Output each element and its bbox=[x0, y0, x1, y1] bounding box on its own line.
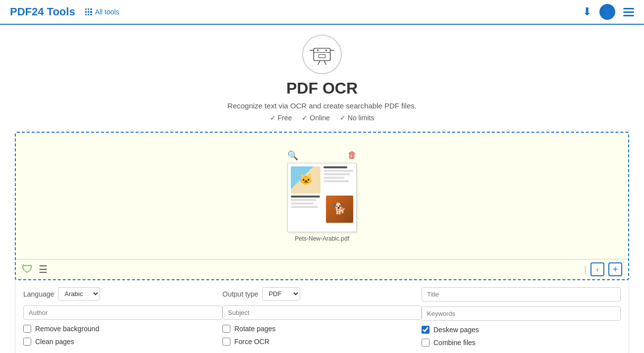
force-ocr-label: Force OCR bbox=[234, 338, 269, 346]
keywords-input[interactable] bbox=[422, 306, 621, 321]
toolbar-left: 🛡 ☰ bbox=[22, 263, 48, 276]
page-title: PDF OCR bbox=[286, 79, 358, 98]
grid-icon bbox=[85, 8, 92, 15]
shield-icon: 🛡 bbox=[22, 263, 33, 276]
hero-subtitle: Recognize text via OCR and create search… bbox=[227, 101, 417, 110]
hero-features: ✓ Free ✓ Online ✓ No limits bbox=[270, 114, 375, 122]
hero-section: PDF OCR Recognize text via OCR and creat… bbox=[0, 25, 644, 127]
deskew-pages-row: Deskew pages bbox=[422, 326, 621, 334]
output-type-select[interactable]: PDF PDF/A Text bbox=[262, 287, 300, 301]
pdf-filename: Pets-New-Arabic.pdf bbox=[295, 235, 349, 242]
clean-pages-row: Clean pages bbox=[23, 338, 222, 346]
remove-background-label: Remove background bbox=[35, 325, 99, 333]
deskew-pages-label: Deskew pages bbox=[433, 326, 479, 334]
thumb-lines bbox=[291, 196, 323, 229]
hero-logo bbox=[302, 35, 342, 74]
thumb-text-right bbox=[323, 166, 353, 194]
svg-line-6 bbox=[324, 61, 326, 65]
drop-area[interactable]: 🔍 🗑 bbox=[15, 132, 629, 280]
thumb-bottom bbox=[291, 196, 353, 229]
remove-background-row: Remove background bbox=[23, 325, 222, 333]
remove-background-checkbox[interactable] bbox=[23, 325, 31, 333]
svg-line-5 bbox=[318, 61, 320, 65]
output-type-row: Output type PDF PDF/A Text bbox=[222, 287, 422, 301]
rotate-pages-checkbox[interactable] bbox=[222, 325, 230, 333]
language-select[interactable]: Arabic English French German Spanish bbox=[58, 287, 100, 301]
author-row bbox=[23, 305, 222, 320]
svg-point-2 bbox=[317, 50, 319, 51]
all-tools-label: All tools bbox=[95, 8, 119, 16]
logo[interactable]: PDF24 Tools bbox=[10, 5, 75, 18]
drop-area-toolbar: 🛡 ☰ | ‹ + bbox=[16, 259, 628, 279]
thumbnail-actions: 🔍 🗑 bbox=[287, 150, 357, 161]
prev-button[interactable]: ‹ bbox=[590, 262, 604, 276]
language-row: Language Arabic English French German Sp… bbox=[23, 287, 222, 301]
add-files-button[interactable]: + bbox=[608, 262, 622, 276]
drop-area-content: 🔍 🗑 bbox=[16, 133, 628, 259]
download-icon[interactable]: ⬇ bbox=[583, 5, 591, 18]
toolbar-right: | ‹ + bbox=[584, 262, 622, 276]
list-icon[interactable]: ☰ bbox=[39, 263, 48, 275]
rotate-pages-row: Rotate pages bbox=[222, 325, 422, 333]
divider: | bbox=[584, 264, 587, 275]
options-col2: Output type PDF PDF/A Text Rotate pages … bbox=[222, 287, 422, 347]
author-input[interactable] bbox=[23, 305, 222, 320]
combine-files-label: Combine files bbox=[433, 339, 476, 347]
options-section: Language Arabic English French German Sp… bbox=[15, 280, 629, 353]
feature-online: ✓ Online bbox=[302, 114, 329, 122]
dog-image bbox=[326, 196, 353, 223]
force-ocr-row: Force OCR bbox=[222, 338, 422, 346]
options-col3: Deskew pages Combine files bbox=[422, 287, 621, 347]
rotate-pages-label: Rotate pages bbox=[234, 325, 275, 333]
all-tools-link[interactable]: All tools bbox=[85, 8, 119, 16]
user-icon[interactable]: 👤 bbox=[599, 4, 615, 20]
clean-pages-label: Clean pages bbox=[35, 338, 74, 346]
svg-rect-4 bbox=[319, 54, 325, 58]
subject-input[interactable] bbox=[222, 305, 422, 320]
cat-image bbox=[291, 166, 321, 194]
feature-free: ✓ Free bbox=[270, 114, 292, 122]
header-right: ⬇ 👤 bbox=[583, 4, 634, 20]
force-ocr-checkbox[interactable] bbox=[222, 338, 230, 346]
subject-row bbox=[222, 305, 422, 320]
deskew-pages-checkbox[interactable] bbox=[422, 326, 429, 334]
title-input[interactable] bbox=[422, 287, 621, 302]
svg-point-3 bbox=[325, 50, 327, 51]
clean-pages-checkbox[interactable] bbox=[23, 338, 31, 346]
zoom-icon[interactable]: 🔍 bbox=[287, 150, 298, 161]
thumb-top bbox=[291, 166, 353, 194]
menu-icon[interactable] bbox=[623, 8, 634, 16]
keywords-row bbox=[422, 306, 621, 321]
combine-files-checkbox[interactable] bbox=[422, 339, 429, 347]
pdf-thumbnail-wrapper: 🔍 🗑 bbox=[287, 150, 357, 242]
pdf-thumbnail bbox=[287, 163, 357, 232]
delete-icon[interactable]: 🗑 bbox=[348, 150, 357, 161]
feature-nolimits: ✓ No limits bbox=[340, 114, 375, 122]
language-label: Language bbox=[23, 290, 54, 298]
output-type-label: Output type bbox=[222, 290, 258, 298]
title-row bbox=[422, 287, 621, 302]
header: PDF24 Tools All tools ⬇ 👤 bbox=[0, 0, 644, 25]
combine-files-row: Combine files bbox=[422, 339, 621, 347]
options-col1: Language Arabic English French German Sp… bbox=[23, 287, 222, 347]
